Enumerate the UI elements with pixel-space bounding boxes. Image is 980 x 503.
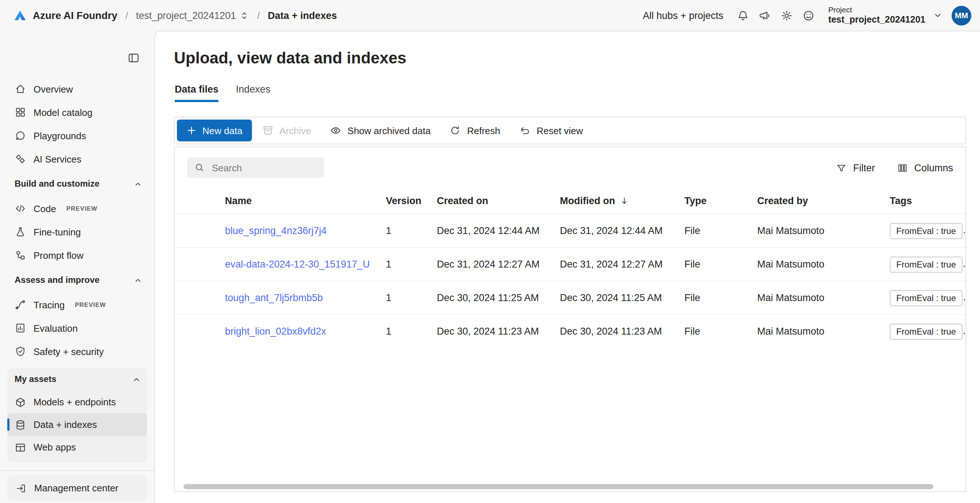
section-label: My assets [14,374,56,384]
azure-logo-icon [13,8,27,22]
sidebar: Overview Model catalog Playgrounds [0,30,154,503]
show-archived-button[interactable]: Show archived data [321,120,439,141]
column-header-type[interactable]: Type [684,195,757,206]
flask-icon [14,226,26,238]
announcements-button[interactable] [754,4,776,26]
sidebar-group-my-assets: My assets Models + endpoints [7,367,147,462]
sidebar-item-code[interactable]: Code PREVIEW [0,197,154,220]
avatar[interactable]: MM [951,5,971,25]
created-on-cell: Dec 31, 2024 12:44 AM [437,225,560,236]
refresh-button[interactable]: Refresh [441,120,509,141]
column-header-name[interactable]: Name [225,195,386,206]
chevron-up-icon [133,179,143,188]
web-apps-icon [14,441,26,453]
filter-button[interactable]: Filter [835,162,875,173]
table-row[interactable]: bright_lion_02bx8vfd2x 1 Dec 30, 2024 11… [175,314,966,348]
sidebar-item-label: Management center [34,482,118,493]
catalog-icon [14,107,26,118]
show-archived-label: Show archived data [348,125,431,136]
table-row[interactable]: blue_spring_4nz36rj7j4 1 Dec 31, 2024 12… [175,214,966,247]
breadcrumb-separator: / [125,10,128,21]
column-header-created-on[interactable]: Created on [437,195,560,206]
columns-button[interactable]: Columns [897,162,953,173]
tab-data-files[interactable]: Data files [175,84,218,102]
sidebar-section-assess-and-improve[interactable]: Assess and improve [0,267,154,293]
sidebar-section-build-and-customize[interactable]: Build and customize [0,171,154,197]
breadcrumb-project[interactable]: test_project_20241201 [136,10,249,21]
section-label: Build and customize [14,179,99,189]
columns-icon [897,162,908,173]
sidebar-item-fine-tuning[interactable]: Fine-tuning [0,220,154,243]
ai-services-icon [14,153,26,165]
sidebar-item-management-center[interactable]: Management center [7,475,147,501]
reset-view-button[interactable]: Reset view [511,120,592,141]
columns-label: Columns [914,162,953,173]
chevron-down-icon[interactable] [933,10,943,21]
column-header-version[interactable]: Version [386,195,437,206]
sidebar-item-evaluation[interactable]: Evaluation [0,316,154,340]
archive-icon [262,125,274,136]
sidebar-item-web-apps[interactable]: Web apps [7,436,147,458]
new-data-label: New data [202,125,242,136]
sidebar-item-playgrounds[interactable]: Playgrounds [0,124,154,147]
created-by-cell: Mai Matsumoto [757,225,890,236]
home-icon [14,83,26,95]
sort-switch-icon[interactable] [240,11,249,20]
sidebar-collapse-button[interactable] [124,48,143,67]
data-name-link[interactable]: tough_ant_7lj5rbmb5b [225,292,323,303]
management-icon [15,482,27,494]
settings-button[interactable] [776,4,798,26]
data-name-link[interactable]: bright_lion_02bx8vfd2x [225,326,326,337]
page-title: Upload, view data and indexes [174,49,406,68]
archive-button[interactable]: Archive [253,120,320,141]
table-row[interactable]: tough_ant_7lj5rbmb5b 1 Dec 30, 2024 11:2… [175,281,966,314]
main-content: Upload, view data and indexes Data files… [154,30,980,503]
refresh-label: Refresh [467,125,500,136]
brand[interactable]: Azure AI Foundry [13,8,117,22]
undo-icon [519,125,531,136]
sidebar-nav: Overview Model catalog Playgrounds [0,77,154,462]
search-input[interactable] [210,161,317,174]
sidebar-item-label: Model catalog [33,107,92,118]
horizontal-scrollbar[interactable] [175,482,965,490]
version-cell: 1 [386,292,437,303]
column-header-tags[interactable]: Tags [890,195,966,206]
scrollbar-thumb[interactable] [183,484,934,489]
shield-icon [14,345,26,357]
created-on-cell: Dec 30, 2024 11:25 AM [437,292,560,303]
sidebar-item-ai-services[interactable]: AI Services [0,147,154,171]
breadcrumb-project-label: test_project_20241201 [136,10,236,21]
created-by-cell: Mai Matsumoto [757,292,890,303]
feedback-button[interactable] [798,4,819,26]
breadcrumb-separator: / [257,10,259,21]
sidebar-item-label: Fine-tuning [33,226,81,237]
sidebar-item-models-endpoints[interactable]: Models + endpoints [7,391,147,414]
chevron-up-icon [132,374,141,384]
sidebar-divider [0,470,154,471]
data-name-link[interactable]: eval-data-2024-12-30_151917_U [225,259,370,270]
new-data-button[interactable]: New data [177,120,252,141]
sidebar-item-prompt-flow[interactable]: Prompt flow [0,243,154,267]
sidebar-section-my-assets[interactable]: My assets [7,367,147,391]
column-header-created-by[interactable]: Created by [757,195,890,206]
column-header-modified-on[interactable]: Modified on [560,195,684,206]
table-row[interactable]: eval-data-2024-12-30_151917_U 1 Dec 31, … [175,247,966,281]
sidebar-item-label: Data + indexes [33,419,97,430]
notifications-button[interactable] [732,4,754,26]
tag-badge: FromEval : true [890,323,963,339]
sidebar-item-label: Models + endpoints [33,396,116,407]
sidebar-item-safety-security[interactable]: Safety + security [0,340,154,363]
sort-down-icon [619,196,629,205]
tag-badge: FromEval : true [890,223,963,239]
sidebar-item-tracing[interactable]: Tracing PREVIEW [0,293,154,316]
search-input-wrapper [187,158,324,178]
sidebar-item-data-indexes[interactable]: Data + indexes [7,414,147,436]
data-name-link[interactable]: blue_spring_4nz36rj7j4 [225,225,326,236]
project-picker[interactable]: Project test_project_20241201 [828,5,925,26]
all-hubs-link[interactable]: All hubs + projects [643,10,723,21]
sidebar-item-model-catalog[interactable]: Model catalog [0,101,154,124]
sidebar-item-overview[interactable]: Overview [0,77,154,101]
tab-indexes[interactable]: Indexes [236,84,270,102]
sidebar-item-label: Tracing [33,299,65,310]
cube-icon [14,396,26,408]
